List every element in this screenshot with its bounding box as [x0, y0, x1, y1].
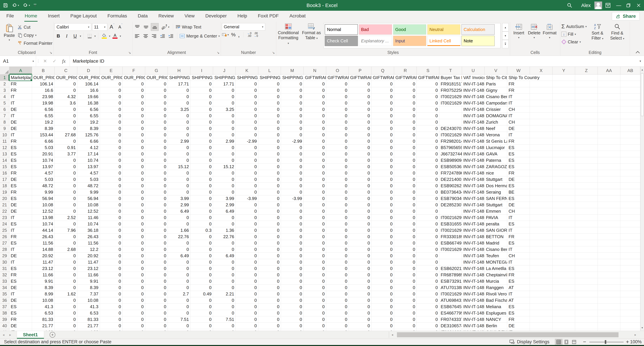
borders-button[interactable] — [86, 32, 93, 40]
cell-W12[interactable]: ES — [507, 145, 530, 151]
cell-U27[interactable]: INV-IT-1486 — [462, 240, 484, 246]
cell-S41[interactable]: 0 — [417, 329, 439, 331]
cell-B36[interactable]: 10.08 — [32, 297, 55, 304]
cell-AA16[interactable] — [598, 170, 620, 176]
cell-Q16[interactable]: 0 — [372, 170, 394, 176]
cell-Z13[interactable] — [575, 151, 598, 157]
cell-C34[interactable]: 0 — [55, 285, 77, 291]
accounting-format-button[interactable]: ▾ — [222, 32, 229, 37]
cell-O13[interactable]: 0 — [326, 151, 349, 157]
cell-D2[interactable]: 106.14 — [77, 81, 100, 87]
cell-C10[interactable]: 27.68 — [55, 132, 77, 138]
cell-D10[interactable]: 125.76 — [77, 132, 100, 138]
cell-I4[interactable]: 0 — [190, 94, 213, 100]
cell-R3[interactable]: 0 — [394, 87, 417, 94]
cell-B17[interactable]: 5.03 — [32, 176, 55, 183]
cell-F12[interactable]: 0 — [122, 145, 145, 151]
cell-D32[interactable]: 11.66 — [77, 272, 100, 278]
cell-N40[interactable]: 0 — [304, 323, 326, 329]
cell-S1[interactable]: GIFTWRAP — [417, 74, 439, 81]
cell-AA4[interactable] — [598, 94, 620, 100]
cell-F1[interactable]: OUR_PRICE — [122, 74, 145, 81]
cell-H34[interactable]: 0 — [168, 285, 190, 291]
cell-R5[interactable]: 0 — [394, 100, 417, 106]
cell-U33[interactable]: INV-IT-1486 — [462, 278, 484, 285]
cell-AA12[interactable] — [598, 145, 620, 151]
cell-S12[interactable]: 0 — [417, 145, 439, 151]
cell-K3[interactable]: 0 — [236, 87, 258, 94]
cell-Y3[interactable] — [552, 87, 575, 94]
cell-V33[interactable]: Murcia — [484, 278, 507, 285]
cell-B4[interactable]: 23.98 — [32, 94, 55, 100]
cell-AA18[interactable] — [598, 183, 620, 189]
cell-X17[interactable] — [530, 176, 552, 183]
cell-AA8[interactable] — [598, 119, 620, 125]
cell-K6[interactable]: 0 — [236, 106, 258, 113]
cell-H6[interactable]: 3.25 — [168, 106, 190, 113]
cell-P29[interactable]: 0 — [349, 253, 372, 259]
cell-O33[interactable]: 0 — [326, 278, 349, 285]
cell-O22[interactable]: 0 — [326, 208, 349, 215]
cell-G34[interactable]: 0 — [145, 285, 168, 291]
cell-L4[interactable]: 0 — [258, 94, 281, 100]
cell-M27[interactable]: 0 — [281, 240, 304, 246]
cell-R35[interactable]: 0 — [394, 291, 417, 297]
cell-G6[interactable]: 0 — [145, 106, 168, 113]
cell-M9[interactable]: 0 — [281, 125, 304, 132]
cell-E3[interactable]: 0 — [100, 87, 122, 94]
alignment-dialog-launcher-icon[interactable]: ↘ — [217, 51, 220, 55]
column-header-R[interactable]: R — [394, 67, 417, 74]
cell-C23[interactable]: 2.52 — [55, 215, 77, 221]
cell-J14[interactable]: 0 — [213, 157, 236, 164]
cell-M15[interactable]: 0 — [281, 164, 304, 170]
cell-B30[interactable]: 11.47 — [32, 259, 55, 266]
cell-AA11[interactable] — [598, 138, 620, 145]
cell-AA33[interactable] — [598, 278, 620, 285]
cell-Z16[interactable] — [575, 170, 598, 176]
cell-C21[interactable]: 0 — [55, 202, 77, 208]
cell-Q6[interactable]: 0 — [372, 106, 394, 113]
cell-V20[interactable]: SAN FERNA — [484, 195, 507, 202]
cell-O5[interactable]: 0 — [326, 100, 349, 106]
cell-T10[interactable]: IT00216299 — [439, 132, 462, 138]
cell-V25[interactable]: SAN GIORG — [484, 227, 507, 234]
cell-Q10[interactable]: 0 — [372, 132, 394, 138]
cell-T32[interactable]: FR6878985 — [439, 272, 462, 278]
cell-D29[interactable]: 20.92 — [77, 253, 100, 259]
cell-D14[interactable]: 10.74 — [77, 157, 100, 164]
cell-T20[interactable]: ESB790340 — [439, 195, 462, 202]
cell-N8[interactable]: 0 — [304, 119, 326, 125]
comma-style-button[interactable]: , — [238, 33, 240, 36]
cell-T31[interactable]: ESB620211 — [439, 266, 462, 272]
cell-I33[interactable]: 0 — [190, 278, 213, 285]
cell-M23[interactable]: 0 — [281, 215, 304, 221]
cell-R30[interactable]: 0 — [394, 259, 417, 266]
cell-F26[interactable]: 0 — [122, 234, 145, 240]
cell-I18[interactable]: 0 — [190, 183, 213, 189]
cell-E9[interactable]: 0 — [100, 125, 122, 132]
cell-W33[interactable]: ES — [507, 278, 530, 285]
cell-P13[interactable]: 0 — [349, 151, 372, 157]
cell-S15[interactable]: 0 — [417, 164, 439, 170]
cell-V3[interactable]: Gigny — [484, 87, 507, 94]
cell-R32[interactable]: 0 — [394, 272, 417, 278]
cell-C22[interactable]: 0 — [55, 208, 77, 215]
cell-R21[interactable]: 0 — [394, 202, 417, 208]
cell-Z29[interactable] — [575, 253, 598, 259]
cell-D9[interactable]: 8.39 — [77, 125, 100, 132]
column-header-Y[interactable]: Y — [552, 67, 575, 74]
cell-I32[interactable]: 0 — [190, 272, 213, 278]
borders-dropdown-icon[interactable]: ▾ — [94, 34, 96, 38]
cell-H36[interactable]: 0 — [168, 297, 190, 304]
cell-T5[interactable]: IT00216299 — [439, 100, 462, 106]
cell-M35[interactable]: 0 — [281, 291, 304, 297]
cell-X6[interactable] — [530, 106, 552, 113]
cell-X37[interactable] — [530, 304, 552, 310]
cell-S5[interactable]: 0 — [417, 100, 439, 106]
cell-D22[interactable]: 12.52 — [77, 208, 100, 215]
cell-K37[interactable]: 0 — [236, 304, 258, 310]
cell-R25[interactable]: 0 — [394, 227, 417, 234]
cell-E28[interactable]: 0 — [100, 246, 122, 253]
cell-AA39[interactable] — [598, 316, 620, 323]
cell-AA36[interactable] — [598, 297, 620, 304]
